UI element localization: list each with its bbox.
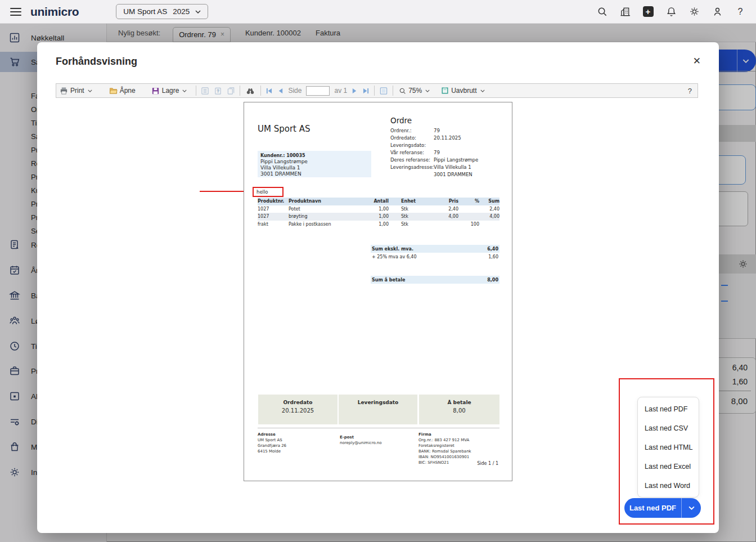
chevron-down-icon <box>195 10 201 14</box>
user-profile-icon[interactable] <box>712 6 723 17</box>
close-icon[interactable]: ✕ <box>693 55 701 67</box>
totals-section: Sum ekskl. mva.6,40 + 25% mva av 6,401,6… <box>371 245 500 284</box>
footer-address: Adresse UM Sport AS Grandfjæra 26 6415 M… <box>258 432 286 454</box>
first-page-button[interactable] <box>266 88 272 94</box>
annotation-arrow <box>200 191 245 192</box>
page-input[interactable] <box>306 86 330 96</box>
clipboard-icon-disabled: ? <box>214 87 222 95</box>
sum-ex-vat-row: Sum ekskl. mva.6,40 <box>371 245 500 253</box>
page-label: Side <box>288 87 302 95</box>
page-total: av 1 <box>334 87 347 95</box>
layout-mode-control[interactable]: Uavbrutt <box>438 87 488 95</box>
doc-type-title: Ordre <box>390 116 412 125</box>
settings-gear-icon[interactable] <box>688 6 700 17</box>
modal-title: Forhåndsvisning <box>56 56 137 68</box>
company-switch-icon[interactable] <box>619 6 631 17</box>
fiscal-year: 2025 <box>173 7 190 16</box>
chevron-down-icon <box>688 506 695 510</box>
hamburger-menu-icon[interactable] <box>10 6 21 18</box>
toolbar-help[interactable]: ? <box>688 87 692 95</box>
customer-street: Villa Villekulla 1 <box>260 165 368 171</box>
product-table: Produktnr.ProduktnavnAntallEnhetPris%Sum… <box>258 198 500 228</box>
table-row: 1027brøyting1,00Stk4,004,00 <box>258 213 500 221</box>
download-menu: Last ned PDF Last ned CSV Last ned HTML … <box>637 397 699 498</box>
footer-box-ordredato: Ordredato20.11.2025 <box>258 395 338 424</box>
last-page-button[interactable] <box>363 88 369 94</box>
annotated-note: hello <box>253 187 284 197</box>
download-pdf-button[interactable]: Last ned PDF <box>624 498 701 518</box>
magnifier-icon <box>399 87 406 95</box>
menu-item-last-ned-word[interactable]: Last ned Word <box>638 476 699 495</box>
document-page: UM Sport AS Ordre Ordrenr.:79 Ordredato:… <box>244 102 512 481</box>
customer-number: Kundenr.: 100035 <box>260 153 368 159</box>
toc-icon-disabled <box>201 87 209 95</box>
find-button[interactable] <box>242 87 258 95</box>
footer-divider <box>258 428 500 428</box>
binoculars-icon <box>246 87 255 95</box>
previous-page-button[interactable] <box>278 88 283 94</box>
help-icon[interactable]: ? <box>735 6 746 17</box>
preview-modal: Forhåndsvisning ✕ Print Åpne Lagre ? Sid… <box>37 42 719 533</box>
customer-address-block: Kundenr.: 100035 Pippi Langstrømpe Villa… <box>258 151 371 177</box>
table-row: 1027Potet1,00Stk2,402,40 <box>258 205 500 213</box>
menu-item-last-ned-csv[interactable]: Last ned CSV <box>638 419 699 438</box>
zoom-value: 75% <box>408 87 422 95</box>
customer-name: Pippi Langstrømpe <box>260 159 368 165</box>
floppy-disk-icon <box>151 87 160 95</box>
page-indicator: Side 1 / 1 <box>477 461 498 466</box>
continuous-view-icon <box>441 87 449 95</box>
chevron-down-icon <box>480 89 485 92</box>
topbar-icons: + ? <box>596 6 746 17</box>
zoom-control[interactable]: 75% <box>395 87 433 95</box>
svg-text:?: ? <box>217 89 219 93</box>
table-row: fraktPakke i postkassen1,00Stk100 <box>258 221 500 229</box>
copy-pages-icon-disabled <box>227 87 235 95</box>
chevron-down-icon <box>182 89 187 92</box>
next-page-button[interactable] <box>352 88 357 94</box>
footer-email: E-post noreply@unimicro.no <box>340 435 382 446</box>
footer-firm: Firma Org.nr.: 883 427 912 MVA Foretaksr… <box>418 432 471 465</box>
notifications-bell-icon[interactable] <box>665 6 677 17</box>
single-page-view-icon[interactable] <box>379 87 388 95</box>
printer-icon <box>60 87 68 95</box>
topbar: unimicro UM Sport AS 2025 + ? <box>0 0 756 24</box>
doc-company-name: UM Sport AS <box>258 124 310 134</box>
footer-box-a-betale: Å betale8,00 <box>419 395 500 424</box>
app-logo: unimicro <box>30 5 79 19</box>
folder-icon <box>109 87 118 95</box>
footer-box-leveringsdato: Leveringsdato <box>339 395 417 424</box>
table-header-row: Produktnr.ProduktnavnAntallEnhetPris%Sum <box>258 198 500 205</box>
add-icon[interactable]: + <box>642 6 654 17</box>
download-options-toggle[interactable] <box>682 506 701 510</box>
search-icon[interactable] <box>596 6 608 17</box>
chevron-down-icon <box>88 89 92 92</box>
open-button[interactable]: Åpne <box>106 87 139 95</box>
company-selector[interactable]: UM Sport AS 2025 <box>116 4 208 19</box>
customer-city: 3001 DRAMMEN <box>260 171 368 177</box>
menu-item-last-ned-pdf[interactable]: Last ned PDF <box>638 400 699 419</box>
save-button[interactable]: Lagre <box>148 87 191 95</box>
layout-mode-value: Uavbrutt <box>451 87 476 95</box>
vat-row: + 25% mva av 6,401,60 <box>371 253 500 261</box>
preview-toolbar: Print Åpne Lagre ? Side av 1 75% <box>56 83 698 98</box>
menu-item-last-ned-excel[interactable]: Last ned Excel <box>638 457 699 476</box>
chevron-down-icon <box>425 89 430 92</box>
sum-to-pay-row: Sum å betale8,00 <box>371 276 500 284</box>
company-name: UM Sport AS <box>123 7 167 16</box>
menu-item-last-ned-html[interactable]: Last ned HTML <box>638 438 699 457</box>
print-button[interactable]: Print <box>56 87 96 95</box>
